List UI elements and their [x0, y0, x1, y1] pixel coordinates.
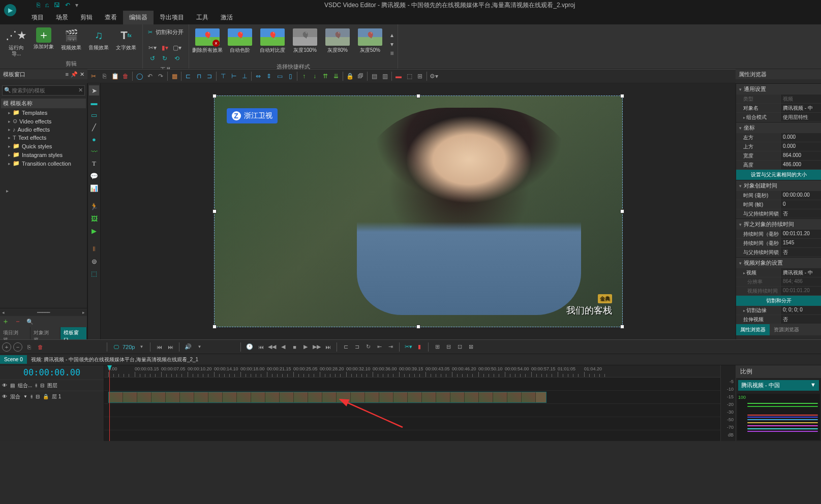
- menu-clip[interactable]: 剪辑: [74, 11, 99, 24]
- tool-freeform-icon[interactable]: 〰: [89, 146, 99, 156]
- tb-same-height-icon[interactable]: ▯: [285, 71, 295, 81]
- track-row-2[interactable]: [104, 391, 720, 404]
- tl-monitor-icon[interactable]: 🖵: [111, 342, 120, 352]
- qs-auto-levels[interactable]: 自动色阶: [225, 28, 255, 60]
- tl-stop-icon[interactable]: ■: [290, 342, 299, 352]
- tl-volume-icon[interactable]: 🔊: [184, 342, 193, 352]
- flip-icon[interactable]: ⟲: [172, 54, 181, 63]
- templates-search-input[interactable]: [2, 85, 85, 96]
- tl-region-next-icon[interactable]: ⇥: [386, 342, 395, 352]
- qs-scroll-up-icon[interactable]: ▴: [387, 30, 397, 40]
- prop-action-parent-size[interactable]: 设置与父元素相同的大小: [736, 170, 821, 180]
- menu-activate[interactable]: 激活: [215, 11, 239, 24]
- panel-menu-icon[interactable]: ≡: [66, 71, 69, 78]
- tool-rect-icon[interactable]: ▬: [89, 98, 99, 108]
- resize-handle[interactable]: [212, 94, 217, 98]
- tb-undo-icon[interactable]: ↶: [145, 71, 155, 81]
- tb-arrow-up-icon[interactable]: ↑: [299, 71, 309, 81]
- remove-template-icon[interactable]: －: [14, 317, 21, 326]
- ribbon-audio-fx[interactable]: ♫音频效果: [85, 26, 112, 58]
- tb-layer2-icon[interactable]: ▥: [380, 71, 390, 81]
- resize-handle[interactable]: [620, 209, 624, 213]
- prop-row[interactable]: 时间 (帧)0: [736, 200, 821, 209]
- tab-resources[interactable]: 资源浏览器: [770, 324, 803, 335]
- menu-export[interactable]: 导出项目: [154, 11, 190, 24]
- tl-duplicate-icon[interactable]: ⎘: [24, 342, 34, 352]
- tl-clock-icon[interactable]: 🕐: [245, 342, 254, 352]
- tool-video-icon[interactable]: ▶: [89, 226, 99, 236]
- cut-split-label[interactable]: 切割和分开: [156, 28, 184, 36]
- prop-row[interactable]: 左方0.000: [736, 133, 821, 142]
- tb-paste-icon[interactable]: 📋: [110, 71, 120, 81]
- ribbon-text-fx[interactable]: Tfx文字效果: [113, 26, 139, 58]
- tl-go-start-icon[interactable]: ⏮: [155, 342, 164, 352]
- prop-row[interactable]: 与父持续时间锁否: [736, 209, 821, 218]
- tb-layer1-icon[interactable]: ▤: [369, 71, 379, 81]
- tool-chart-icon[interactable]: 📊: [89, 183, 99, 193]
- tb-delete-icon[interactable]: 🗑: [120, 71, 131, 81]
- tb-bounds-icon[interactable]: ⬚: [404, 71, 414, 81]
- tpl-quick-styles[interactable]: ▸📁Quick styles: [1, 142, 86, 150]
- tb-align-right-icon[interactable]: ⊐: [204, 71, 215, 81]
- tool-human-icon[interactable]: 🏃: [89, 201, 99, 211]
- tab-properties[interactable]: 属性浏览器: [736, 324, 770, 335]
- ribbon-video-fx[interactable]: 🎬视频效果: [58, 26, 84, 58]
- qs-remove-all[interactable]: 删除所有效果: [192, 28, 223, 60]
- video-clip[interactable]: [108, 392, 546, 403]
- tab-template-window[interactable]: 模板窗口: [60, 327, 87, 339]
- tl-stepback-icon[interactable]: ◀: [279, 342, 288, 352]
- track-combo[interactable]: 组合...: [18, 382, 32, 389]
- prop-section-createtime[interactable]: ▾对象创建时间: [736, 180, 821, 191]
- track-props-icon[interactable]: ▤: [10, 383, 15, 388]
- eye-icon[interactable]: 👁: [2, 383, 7, 388]
- tb-copy-icon[interactable]: ⎘: [99, 71, 109, 81]
- tl-snap4-icon[interactable]: ⊠: [466, 342, 475, 352]
- qat-save-icon[interactable]: 🖫: [54, 2, 60, 9]
- menu-scene[interactable]: 场景: [50, 11, 74, 24]
- tb-props-icon[interactable]: 🗊: [355, 71, 366, 81]
- qs-auto-contrast[interactable]: 自动对比度: [257, 28, 288, 60]
- qs-expand-icon[interactable]: ≡: [387, 49, 397, 58]
- tb-align-top-icon[interactable]: ⊤: [218, 71, 228, 81]
- resize-handle[interactable]: [620, 94, 624, 98]
- eye-icon[interactable]: 👁: [2, 394, 7, 399]
- qat-open-icon[interactable]: ⎌: [45, 2, 49, 9]
- prop-row[interactable]: 时间 (毫秒)00:00:00.00: [736, 191, 821, 200]
- lock-icon[interactable]: 🔒: [43, 394, 49, 399]
- prop-row[interactable]: 持续时间（毫秒00:01:01.20: [736, 230, 821, 239]
- tl-loop-b-icon[interactable]: ⊐: [352, 342, 361, 352]
- preview-area[interactable]: 浙江卫视 金典 我们的客栈: [101, 83, 736, 339]
- prop-row[interactable]: 组合模式使用层特性: [736, 113, 821, 122]
- tl-prev-icon[interactable]: ◀◀: [267, 342, 277, 352]
- playhead[interactable]: [109, 365, 110, 441]
- track-split-icon[interactable]: ⊟: [40, 383, 44, 388]
- panel-pin-icon[interactable]: 📌: [71, 71, 78, 78]
- tb-arrow-upup-icon[interactable]: ⇈: [320, 71, 330, 81]
- track-audio-icon[interactable]: ⫵: [31, 394, 33, 400]
- tb-distribute-v-icon[interactable]: ⇕: [264, 71, 274, 81]
- tpl-instagram[interactable]: ▸📁Instagram styles: [1, 150, 86, 159]
- tl-res-dropdown-icon[interactable]: ▼: [137, 342, 146, 352]
- scene-tab[interactable]: Scene 0: [0, 355, 27, 364]
- tpl-expand-icon[interactable]: ▸: [1, 188, 13, 194]
- qs-gray50[interactable]: 灰度50%: [355, 28, 385, 60]
- tb-cut-icon[interactable]: ✂: [88, 71, 99, 81]
- tool-line-icon[interactable]: ╱: [89, 122, 99, 132]
- tl-cut-tool-icon[interactable]: ✂▾: [404, 342, 413, 352]
- tb-ellipse-icon[interactable]: ◯: [134, 71, 144, 81]
- tl-snap1-icon[interactable]: ⊞: [433, 342, 442, 352]
- tb-arrow-downdown-icon[interactable]: ⇊: [331, 71, 341, 81]
- blend-dropdown[interactable]: 混合: [10, 393, 20, 400]
- resize-handle[interactable]: [212, 209, 217, 213]
- tl-next-icon[interactable]: ▶▶: [312, 342, 321, 352]
- tl-remove-icon[interactable]: −: [13, 342, 22, 352]
- prop-row[interactable]: 持续时间（毫秒1545: [736, 239, 821, 248]
- tl-go-end-icon[interactable]: ⏭: [166, 342, 175, 352]
- prop-row[interactable]: 视频腾讯视频 - 中: [736, 268, 821, 277]
- tpl-templates[interactable]: ▸📁Templates: [1, 108, 86, 117]
- tl-play-icon[interactable]: ▶: [301, 342, 310, 352]
- prop-row[interactable]: 与父持续时间锁否: [736, 248, 821, 257]
- menu-view[interactable]: 查看: [99, 11, 123, 24]
- tpl-text-effects[interactable]: ▸TText effects: [1, 134, 86, 142]
- marker-icon[interactable]: ▮▾: [160, 43, 169, 52]
